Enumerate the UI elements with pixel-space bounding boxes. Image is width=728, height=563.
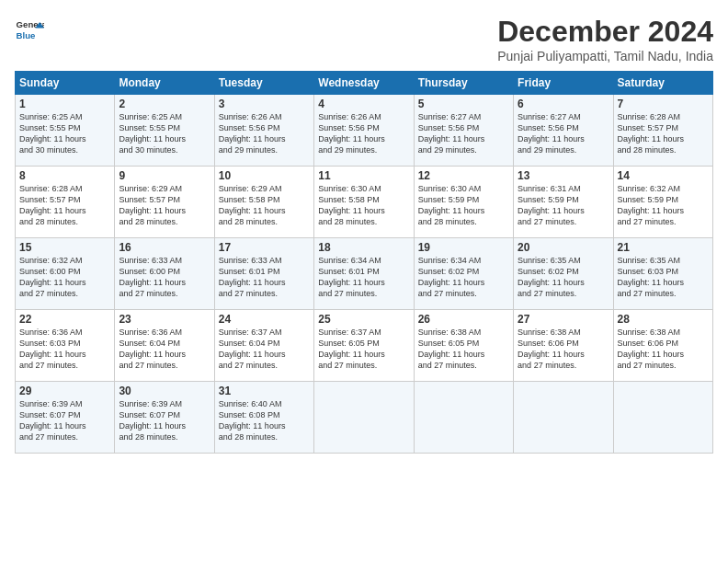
calendar-cell: 9Sunrise: 6:29 AMSunset: 5:57 PMDaylight… [115, 167, 214, 238]
calendar-body: 1Sunrise: 6:25 AMSunset: 5:55 PMDaylight… [16, 95, 713, 454]
cell-info: Sunrise: 6:40 AMSunset: 6:08 PMDaylight:… [219, 398, 310, 443]
cell-info: Sunrise: 6:29 AMSunset: 5:57 PMDaylight:… [119, 183, 210, 228]
cell-info: Sunrise: 6:27 AMSunset: 5:56 PMDaylight:… [518, 111, 609, 156]
cell-info: Sunrise: 6:38 AMSunset: 6:06 PMDaylight:… [618, 327, 709, 372]
calendar-cell: 26Sunrise: 6:38 AMSunset: 6:05 PMDayligh… [414, 310, 513, 382]
calendar-cell: 24Sunrise: 6:37 AMSunset: 6:04 PMDayligh… [214, 310, 313, 382]
day-number: 5 [418, 98, 509, 110]
calendar-cell: 18Sunrise: 6:34 AMSunset: 6:01 PMDayligh… [314, 238, 414, 310]
cell-info: Sunrise: 6:33 AMSunset: 6:01 PMDaylight:… [219, 255, 310, 300]
cell-info: Sunrise: 6:36 AMSunset: 6:03 PMDaylight:… [19, 327, 110, 372]
day-number: 28 [618, 313, 709, 326]
week-row-4: 22Sunrise: 6:36 AMSunset: 6:03 PMDayligh… [16, 310, 713, 382]
day-number: 19 [418, 241, 509, 254]
calendar-cell: 1Sunrise: 6:25 AMSunset: 5:55 PMDaylight… [16, 95, 115, 167]
day-number: 21 [618, 241, 709, 254]
day-number: 3 [219, 98, 310, 110]
page-header: General Blue December 2024 Punjai Puliya… [15, 15, 713, 63]
day-number: 10 [219, 169, 310, 182]
col-header-saturday: Saturday [613, 72, 712, 95]
calendar-cell: 22Sunrise: 6:36 AMSunset: 6:03 PMDayligh… [16, 310, 115, 382]
calendar-cell: 8Sunrise: 6:28 AMSunset: 5:57 PMDaylight… [16, 167, 115, 238]
day-number: 13 [518, 169, 609, 182]
calendar-cell [514, 382, 613, 454]
cell-info: Sunrise: 6:27 AMSunset: 5:56 PMDaylight:… [418, 111, 509, 156]
cell-info: Sunrise: 6:38 AMSunset: 6:06 PMDaylight:… [518, 327, 609, 372]
week-row-1: 1Sunrise: 6:25 AMSunset: 5:55 PMDaylight… [16, 95, 713, 167]
week-row-2: 8Sunrise: 6:28 AMSunset: 5:57 PMDaylight… [16, 167, 713, 238]
cell-info: Sunrise: 6:28 AMSunset: 5:57 PMDaylight:… [19, 183, 110, 228]
day-number: 2 [119, 98, 210, 110]
col-header-tuesday: Tuesday [214, 72, 313, 95]
week-row-5: 29Sunrise: 6:39 AMSunset: 6:07 PMDayligh… [16, 382, 713, 454]
day-number: 20 [518, 241, 609, 254]
calendar-cell: 29Sunrise: 6:39 AMSunset: 6:07 PMDayligh… [16, 382, 115, 454]
cell-info: Sunrise: 6:30 AMSunset: 5:59 PMDaylight:… [418, 183, 509, 228]
calendar-cell [414, 382, 513, 454]
day-number: 24 [219, 313, 310, 326]
col-header-thursday: Thursday [414, 72, 513, 95]
day-number: 12 [418, 169, 509, 182]
col-header-monday: Monday [115, 72, 214, 95]
cell-info: Sunrise: 6:29 AMSunset: 5:58 PMDaylight:… [219, 183, 310, 228]
cell-info: Sunrise: 6:39 AMSunset: 6:07 PMDaylight:… [19, 398, 110, 443]
col-header-wednesday: Wednesday [314, 72, 414, 95]
calendar-cell: 7Sunrise: 6:28 AMSunset: 5:57 PMDaylight… [613, 95, 712, 167]
calendar-cell: 27Sunrise: 6:38 AMSunset: 6:06 PMDayligh… [514, 310, 613, 382]
calendar-cell: 25Sunrise: 6:37 AMSunset: 6:05 PMDayligh… [314, 310, 414, 382]
month-title: December 2024 [497, 15, 713, 49]
day-number: 31 [219, 385, 310, 397]
cell-info: Sunrise: 6:36 AMSunset: 6:04 PMDaylight:… [119, 327, 210, 372]
cell-info: Sunrise: 6:33 AMSunset: 6:00 PMDaylight:… [119, 255, 210, 300]
calendar-header-row: SundayMondayTuesdayWednesdayThursdayFrid… [16, 72, 713, 95]
cell-info: Sunrise: 6:37 AMSunset: 6:04 PMDaylight:… [219, 327, 310, 372]
day-number: 25 [318, 313, 409, 326]
title-block: December 2024 Punjai Puliyampatti, Tamil… [497, 15, 713, 63]
calendar-cell: 4Sunrise: 6:26 AMSunset: 5:56 PMDaylight… [314, 95, 414, 167]
calendar-cell: 31Sunrise: 6:40 AMSunset: 6:08 PMDayligh… [214, 382, 313, 454]
cell-info: Sunrise: 6:32 AMSunset: 6:00 PMDaylight:… [19, 255, 110, 300]
day-number: 29 [19, 385, 110, 397]
cell-info: Sunrise: 6:34 AMSunset: 6:02 PMDaylight:… [418, 255, 509, 300]
calendar-cell: 20Sunrise: 6:35 AMSunset: 6:02 PMDayligh… [514, 238, 613, 310]
week-row-3: 15Sunrise: 6:32 AMSunset: 6:00 PMDayligh… [16, 238, 713, 310]
cell-info: Sunrise: 6:25 AMSunset: 5:55 PMDaylight:… [119, 111, 210, 156]
day-number: 22 [19, 313, 110, 326]
calendar-cell: 28Sunrise: 6:38 AMSunset: 6:06 PMDayligh… [613, 310, 712, 382]
calendar-cell: 16Sunrise: 6:33 AMSunset: 6:00 PMDayligh… [115, 238, 214, 310]
cell-info: Sunrise: 6:38 AMSunset: 6:05 PMDaylight:… [418, 327, 509, 372]
calendar-table: SundayMondayTuesdayWednesdayThursdayFrid… [15, 71, 713, 454]
calendar-cell: 14Sunrise: 6:32 AMSunset: 5:59 PMDayligh… [613, 167, 712, 238]
cell-info: Sunrise: 6:25 AMSunset: 5:55 PMDaylight:… [19, 111, 110, 156]
calendar-cell: 10Sunrise: 6:29 AMSunset: 5:58 PMDayligh… [214, 167, 313, 238]
day-number: 15 [19, 241, 110, 254]
calendar-cell: 15Sunrise: 6:32 AMSunset: 6:00 PMDayligh… [16, 238, 115, 310]
day-number: 4 [318, 98, 409, 110]
cell-info: Sunrise: 6:39 AMSunset: 6:07 PMDaylight:… [119, 398, 210, 443]
cell-info: Sunrise: 6:35 AMSunset: 6:02 PMDaylight:… [518, 255, 609, 300]
svg-text:Blue: Blue [17, 30, 36, 40]
col-header-friday: Friday [514, 72, 613, 95]
cell-info: Sunrise: 6:30 AMSunset: 5:58 PMDaylight:… [318, 183, 409, 228]
cell-info: Sunrise: 6:28 AMSunset: 5:57 PMDaylight:… [618, 111, 709, 156]
calendar-cell: 17Sunrise: 6:33 AMSunset: 6:01 PMDayligh… [214, 238, 313, 310]
calendar-cell: 2Sunrise: 6:25 AMSunset: 5:55 PMDaylight… [115, 95, 214, 167]
calendar-cell: 13Sunrise: 6:31 AMSunset: 5:59 PMDayligh… [514, 167, 613, 238]
day-number: 26 [418, 313, 509, 326]
calendar-cell [314, 382, 414, 454]
calendar-cell [613, 382, 712, 454]
calendar-cell: 30Sunrise: 6:39 AMSunset: 6:07 PMDayligh… [115, 382, 214, 454]
logo-icon: General Blue [15, 15, 44, 44]
day-number: 11 [318, 169, 409, 182]
calendar-cell: 23Sunrise: 6:36 AMSunset: 6:04 PMDayligh… [115, 310, 214, 382]
calendar-cell: 19Sunrise: 6:34 AMSunset: 6:02 PMDayligh… [414, 238, 513, 310]
calendar-cell: 12Sunrise: 6:30 AMSunset: 5:59 PMDayligh… [414, 167, 513, 238]
cell-info: Sunrise: 6:37 AMSunset: 6:05 PMDaylight:… [318, 327, 409, 372]
day-number: 1 [19, 98, 110, 110]
day-number: 14 [618, 169, 709, 182]
calendar-cell: 6Sunrise: 6:27 AMSunset: 5:56 PMDaylight… [514, 95, 613, 167]
cell-info: Sunrise: 6:31 AMSunset: 5:59 PMDaylight:… [518, 183, 609, 228]
day-number: 30 [119, 385, 210, 397]
day-number: 27 [518, 313, 609, 326]
cell-info: Sunrise: 6:35 AMSunset: 6:03 PMDaylight:… [618, 255, 709, 300]
